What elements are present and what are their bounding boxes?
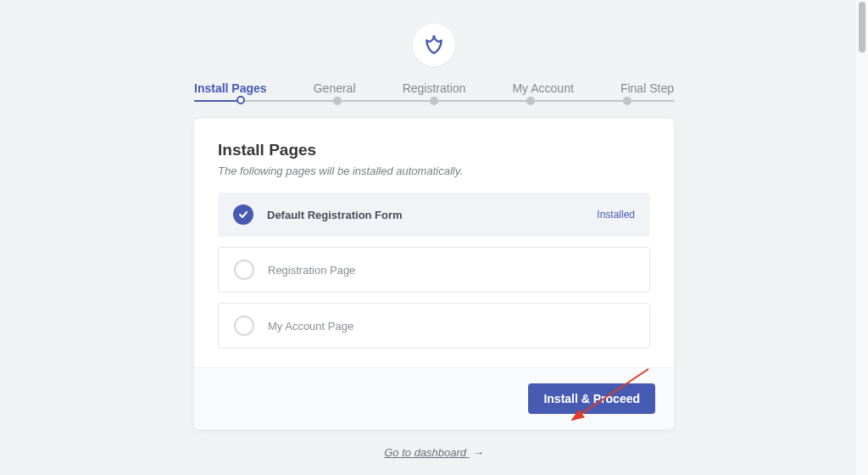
arrow-right-icon: → — [473, 446, 484, 459]
page-item-registration-page: Registration Page — [218, 247, 650, 293]
go-to-dashboard-link[interactable]: Go to dashboard — [384, 446, 469, 459]
step-dot-1 — [236, 96, 245, 104]
install-proceed-button[interactable]: Install & Proceed — [528, 383, 655, 414]
step-labels: Install Pages General Registration My Ac… — [194, 81, 674, 95]
step-dot-4 — [526, 97, 535, 105]
svg-point-0 — [432, 36, 435, 38]
vertical-scrollbar[interactable] — [856, 0, 868, 475]
scrollbar-thumb[interactable] — [859, 2, 865, 53]
page-label: My Account Page — [268, 320, 634, 332]
status-badge: Installed — [597, 209, 635, 221]
step-dot-2 — [333, 97, 342, 105]
dashboard-link-text: Go to dashboard — [384, 446, 466, 459]
setup-wizard: Install Pages General Registration My Ac… — [194, 0, 674, 460]
page-item-my-account-page: My Account Page — [218, 303, 650, 349]
card-title: Install Pages — [218, 141, 650, 159]
step-my-account[interactable]: My Account — [512, 81, 573, 95]
circle-icon — [234, 260, 254, 280]
step-dot-3 — [430, 97, 438, 105]
progress-dots — [194, 97, 674, 105]
card-body: Install Pages The following pages will b… — [194, 119, 674, 367]
progress-track — [194, 100, 674, 102]
page-item-default-registration-form: Default Registration Form Installed — [218, 193, 650, 237]
step-install-pages[interactable]: Install Pages — [194, 81, 267, 95]
page-label: Registration Page — [268, 264, 634, 277]
install-card: Install Pages The following pages will b… — [194, 119, 674, 429]
check-icon — [233, 204, 253, 225]
step-final[interactable]: Final Step — [620, 81, 674, 95]
logo-container — [194, 24, 674, 66]
card-subtitle: The following pages will be installed au… — [218, 165, 650, 177]
step-general[interactable]: General — [314, 81, 356, 95]
step-registration[interactable]: Registration — [403, 81, 466, 95]
page-label: Default Registration Form — [267, 209, 597, 221]
app-logo — [413, 24, 455, 66]
dashboard-link-container: Go to dashboard → — [194, 444, 674, 460]
circle-icon — [234, 316, 254, 336]
card-footer: Install & Proceed — [194, 367, 674, 429]
step-dot-5 — [623, 97, 632, 105]
logo-icon — [423, 34, 445, 56]
